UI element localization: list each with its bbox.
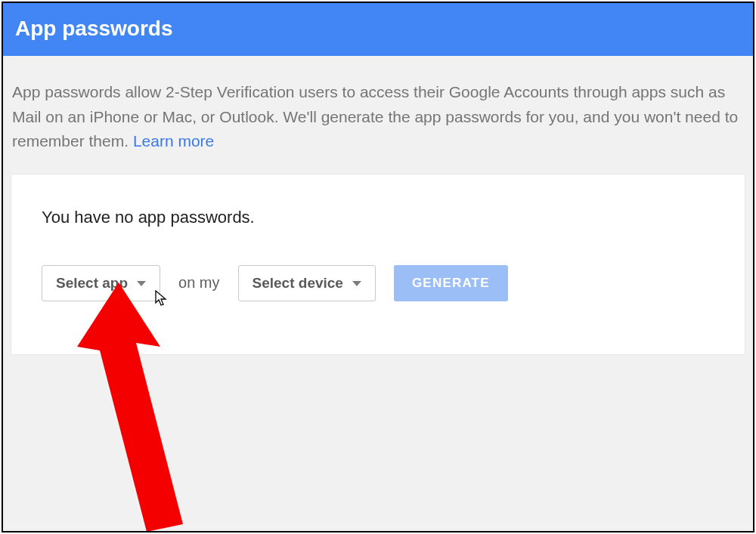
controls-row: Select app on my Select device GENERATE xyxy=(42,265,714,301)
select-device-label: Select device xyxy=(253,275,343,292)
no-passwords-message: You have no app passwords. xyxy=(42,208,714,227)
intro-description: App passwords allow 2-Step Verification … xyxy=(12,83,738,150)
chevron-down-icon xyxy=(137,281,146,286)
generate-button[interactable]: GENERATE xyxy=(394,265,508,301)
page-title: App passwords xyxy=(15,17,741,41)
select-app-label: Select app xyxy=(56,275,128,292)
intro-text: App passwords allow 2-Step Verification … xyxy=(3,56,753,174)
select-device-dropdown[interactable]: Select device xyxy=(238,265,376,301)
page-header: App passwords xyxy=(3,3,753,56)
app-passwords-card: You have no app passwords. Select app on… xyxy=(11,174,745,355)
app-passwords-page: App passwords App passwords allow 2-Step… xyxy=(2,2,754,532)
on-my-label: on my xyxy=(178,274,219,292)
learn-more-link[interactable]: Learn more xyxy=(133,132,214,150)
select-app-dropdown[interactable]: Select app xyxy=(42,265,160,301)
chevron-down-icon xyxy=(352,281,361,286)
